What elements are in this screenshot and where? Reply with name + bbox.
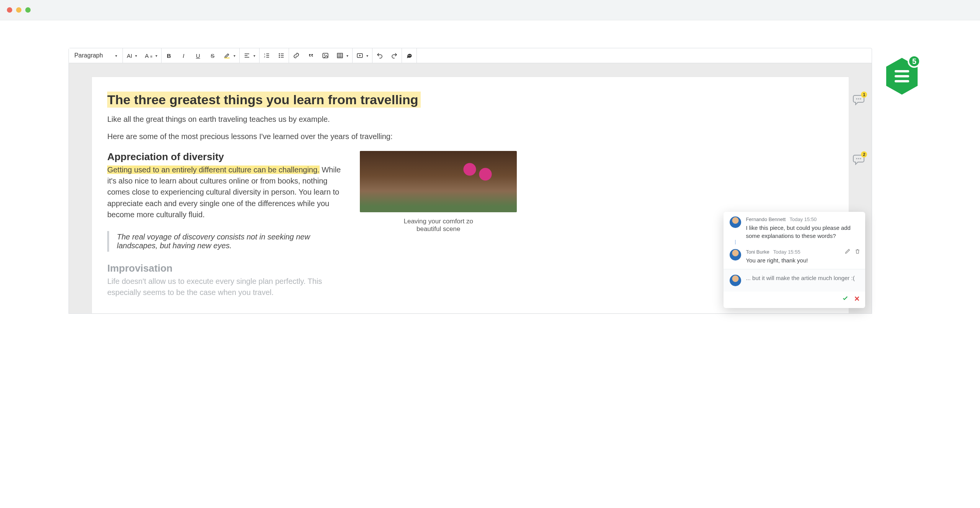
blockquote[interactable]: The real voyage of discovery consists no… bbox=[107, 231, 322, 252]
close-window-button[interactable] bbox=[7, 7, 12, 13]
redo-button[interactable] bbox=[387, 48, 402, 63]
svg-point-15 bbox=[860, 98, 861, 99]
svg-rect-20 bbox=[895, 70, 909, 72]
font-size-button[interactable]: A≡▾ bbox=[141, 48, 161, 63]
svg-point-14 bbox=[858, 98, 859, 99]
minimize-window-button[interactable] bbox=[16, 7, 21, 13]
delete-comment-button[interactable] bbox=[854, 248, 861, 256]
editor-toolbar: Paragraph ▾ AI▾ A≡▾ B I U S ▾ ▾ bbox=[69, 48, 872, 63]
comment-count-badge: 1 bbox=[861, 92, 867, 98]
reply-row: ... but it will make the article much lo… bbox=[724, 269, 865, 292]
svg-point-13 bbox=[856, 98, 858, 99]
maximize-window-button[interactable] bbox=[25, 7, 31, 13]
avatar bbox=[730, 275, 741, 286]
figure-caption[interactable]: Leaving your comfort zo beautiful scene bbox=[360, 218, 517, 233]
chevron-down-icon: ▾ bbox=[253, 54, 255, 58]
link-button[interactable] bbox=[289, 48, 304, 63]
svg-point-4 bbox=[279, 55, 280, 56]
numbered-list-button[interactable]: 12 bbox=[260, 48, 274, 63]
comment-icon bbox=[406, 52, 413, 59]
reply-input[interactable]: ... but it will make the article much lo… bbox=[746, 275, 859, 281]
avatar bbox=[730, 216, 741, 228]
section-1-heading[interactable]: Appreciation of diversity bbox=[107, 151, 345, 163]
svg-rect-6 bbox=[323, 53, 328, 58]
avatar bbox=[730, 249, 741, 261]
svg-point-5 bbox=[279, 57, 280, 58]
svg-point-3 bbox=[279, 53, 280, 54]
italic-button[interactable]: I bbox=[176, 48, 191, 63]
ordered-list-icon: 12 bbox=[263, 52, 270, 59]
svg-point-17 bbox=[858, 158, 859, 159]
comment-item[interactable]: Toni BurkeToday 15:55 You are right, tha… bbox=[724, 244, 865, 269]
undo-icon bbox=[376, 52, 383, 59]
title-highlight: The three greatest things you learn from… bbox=[107, 92, 420, 108]
lead-paragraph-1[interactable]: Like all the great things on earth trave… bbox=[107, 115, 833, 124]
highlight-button[interactable]: ▾ bbox=[220, 48, 239, 63]
chevron-down-icon: ▾ bbox=[155, 54, 157, 58]
align-button[interactable]: ▾ bbox=[240, 48, 259, 63]
chevron-down-icon: ▾ bbox=[115, 54, 117, 58]
comment-count-badge: 2 bbox=[861, 151, 867, 157]
svg-text:2: 2 bbox=[264, 56, 266, 58]
lead-paragraph-2[interactable]: Here are some of the most precious lesso… bbox=[107, 132, 833, 141]
comment-author: Fernando Bennett bbox=[746, 216, 786, 222]
url-bar[interactable] bbox=[41, 4, 973, 16]
chevron-down-icon: ▾ bbox=[366, 54, 368, 58]
reply-actions: ✕ bbox=[724, 292, 865, 308]
table-icon bbox=[336, 52, 343, 59]
table-button[interactable]: ▾ bbox=[333, 48, 352, 63]
section-1-body[interactable]: Getting used to an entirely different cu… bbox=[107, 164, 345, 220]
heading-selector-label: Paragraph bbox=[74, 52, 103, 59]
ai-button[interactable]: AI▾ bbox=[123, 48, 141, 63]
chevron-down-icon: ▾ bbox=[234, 54, 235, 58]
chevron-down-icon: ▾ bbox=[135, 54, 137, 58]
link-icon bbox=[293, 52, 300, 59]
svg-point-10 bbox=[408, 55, 409, 56]
window-controls bbox=[7, 7, 31, 13]
figure-image[interactable] bbox=[360, 151, 517, 212]
svg-rect-0 bbox=[224, 57, 230, 58]
add-comment-button[interactable] bbox=[402, 48, 416, 63]
comment-text: You are right, thank you! bbox=[746, 256, 859, 264]
section-2-body[interactable]: Life doesn't allow us to execute every s… bbox=[107, 276, 345, 298]
media-icon bbox=[356, 52, 363, 59]
svg-rect-8 bbox=[337, 53, 343, 58]
blockquote-button[interactable] bbox=[304, 48, 318, 63]
highlighter-icon bbox=[224, 52, 230, 59]
undo-button[interactable] bbox=[372, 48, 387, 63]
cancel-reply-button[interactable]: ✕ bbox=[854, 295, 860, 303]
svg-rect-21 bbox=[895, 75, 909, 77]
section-2-heading[interactable]: Improvisation bbox=[107, 262, 345, 274]
svg-point-16 bbox=[856, 158, 858, 159]
redo-icon bbox=[391, 52, 398, 59]
strikethrough-button[interactable]: S bbox=[205, 48, 220, 63]
comment-marker-2[interactable]: 2 bbox=[853, 154, 865, 167]
document-title[interactable]: The three greatest things you learn from… bbox=[107, 92, 833, 107]
media-button[interactable]: ▾ bbox=[353, 48, 372, 63]
bullet-list-button[interactable] bbox=[274, 48, 289, 63]
submit-reply-button[interactable] bbox=[842, 295, 849, 303]
image-button[interactable] bbox=[318, 48, 333, 63]
comment-author: Toni Burke bbox=[746, 249, 769, 255]
trash-icon bbox=[854, 248, 861, 254]
pencil-icon bbox=[844, 248, 851, 254]
comment-time: Today 15:55 bbox=[773, 249, 800, 255]
figure: Leaving your comfort zo beautiful scene bbox=[360, 151, 517, 298]
comment-thread: Fernando BennettToday 15:50 I like this … bbox=[724, 212, 865, 308]
bold-button[interactable]: B bbox=[162, 48, 176, 63]
check-icon bbox=[842, 295, 849, 302]
comment-item[interactable]: Fernando BennettToday 15:50 I like this … bbox=[724, 212, 865, 244]
svg-point-12 bbox=[410, 55, 411, 56]
comment-marker-1[interactable]: 1 bbox=[853, 94, 865, 107]
svg-point-18 bbox=[860, 158, 861, 159]
comment-time: Today 15:50 bbox=[789, 216, 817, 222]
heading-selector[interactable]: Paragraph ▾ bbox=[69, 48, 122, 63]
section-1-highlight: Getting used to an entirely different cu… bbox=[107, 166, 319, 174]
underline-button[interactable]: U bbox=[191, 48, 205, 63]
edit-comment-button[interactable] bbox=[844, 248, 851, 256]
collaboration-fab[interactable]: 5 bbox=[885, 56, 919, 96]
svg-rect-22 bbox=[895, 80, 909, 82]
bullet-list-icon bbox=[278, 52, 285, 59]
align-icon bbox=[243, 52, 250, 59]
image-icon bbox=[322, 52, 329, 59]
